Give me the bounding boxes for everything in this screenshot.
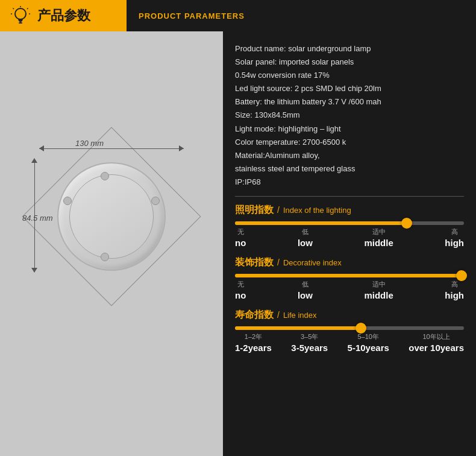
- decorative-en-1: low: [298, 290, 313, 300]
- header-right: PRODUCT PARAMETERS: [127, 0, 476, 31]
- life-fill: [235, 326, 361, 330]
- dim-arrow-right: [179, 145, 184, 151]
- life-track: [235, 326, 464, 330]
- header-title-cn: 产品参数: [37, 7, 90, 25]
- dim-arrow-left: [39, 145, 44, 151]
- decorative-labels: 无 no 低 low 适中 middle 高 high: [235, 280, 464, 300]
- spec-5: Battery: the lithium battery 3.7 V /600 …: [235, 95, 464, 109]
- decorative-cn-1: 低: [302, 280, 308, 289]
- dim-width-line: [39, 148, 184, 149]
- screw-bl: [63, 197, 72, 205]
- screw-tl: [101, 172, 109, 180]
- svg-line-4: [27, 8, 28, 10]
- svg-point-0: [15, 8, 26, 19]
- decorative-index-section: 装饰指数 / Decorative index 无 no 低 low: [235, 256, 464, 300]
- life-label-3: 10年以上 over 10years: [409, 332, 464, 353]
- lighting-cn-0: 无: [237, 227, 244, 236]
- life-labels: 1–2年 1-2years 3–5年 3-5years 5–10年 5-10ye…: [235, 332, 464, 353]
- diagram-container: 130 mm 84.5 mm: [21, 105, 202, 382]
- spec-2: Solar panel: imported solar panels: [235, 55, 464, 69]
- decorative-thumb[interactable]: [456, 270, 467, 281]
- decorative-label-3: 高 high: [445, 280, 464, 300]
- main-content: 130 mm 84.5 mm Product name: solar under…: [0, 31, 476, 456]
- life-cn-3: 10年以上: [422, 332, 449, 341]
- decorative-title-cn: 装饰指数: [235, 256, 274, 269]
- decorative-label-1: 低 low: [298, 280, 313, 300]
- spec-1: Product name: solar underground lamp: [235, 42, 464, 55]
- lighting-track: [235, 221, 464, 225]
- decorative-label-2: 适中 middle: [364, 280, 393, 300]
- lighting-fill: [235, 221, 407, 225]
- spec-3: 0.54w conversion rate 17%: [235, 69, 464, 82]
- lighting-en-1: low: [298, 238, 313, 248]
- bulb-icon: [10, 5, 31, 27]
- lighting-index-title: 照明指数 / Index of the lighting: [235, 204, 464, 217]
- lighting-en-2: middle: [364, 238, 393, 248]
- lighting-labels: 无 no 低 low 适中 middle 高 high: [235, 227, 464, 248]
- lighting-label-3: 高 high: [445, 227, 464, 248]
- life-cn-2: 5–10年: [357, 332, 378, 341]
- screw-tr: [151, 197, 160, 205]
- header: 产品参数 PRODUCT PARAMETERS: [0, 0, 476, 31]
- dim-height-label: 84.5 mm: [22, 214, 53, 223]
- decorative-slider[interactable]: [235, 274, 464, 277]
- lighting-thumb[interactable]: [401, 218, 412, 229]
- lamp-inner: [69, 174, 154, 259]
- life-en-1: 3-5years: [291, 343, 328, 353]
- right-panel: Product name: solar underground lamp Sol…: [223, 31, 476, 456]
- decorative-en-2: middle: [364, 290, 393, 300]
- life-slider[interactable]: [235, 326, 464, 330]
- life-index-section: 寿命指数 / Life index 1–2年 1-2years 3–5年 3-5…: [235, 309, 464, 353]
- lighting-label-0: 无 no: [235, 227, 246, 248]
- lighting-cn-2: 适中: [372, 227, 386, 236]
- spec-11: IP:IP68: [235, 176, 464, 189]
- spec-10: stainless steel and tempered glass: [235, 162, 464, 176]
- life-slash: /: [277, 310, 280, 320]
- life-label-0: 1–2年 1-2years: [235, 332, 272, 353]
- lighting-cn-1: 低: [302, 227, 308, 236]
- decorative-cn-3: 高: [451, 280, 458, 289]
- life-index-title: 寿命指数 / Life index: [235, 309, 464, 321]
- lamp-circle: [57, 162, 166, 271]
- life-cn-1: 3–5年: [301, 332, 318, 341]
- lighting-en-3: high: [445, 238, 464, 248]
- life-cn-0: 1–2年: [245, 332, 262, 341]
- decorative-label-0: 无 no: [235, 280, 246, 300]
- header-title-en: PRODUCT PARAMETERS: [139, 11, 245, 21]
- decorative-en-3: high: [445, 290, 464, 300]
- lighting-en-0: no: [235, 238, 246, 248]
- life-en-3: over 10years: [409, 343, 464, 353]
- decorative-fill: [235, 274, 462, 277]
- life-label-1: 3–5年 3-5years: [291, 332, 328, 353]
- header-left: 产品参数: [0, 5, 127, 27]
- life-en-2: 5-10years: [348, 343, 389, 353]
- screw-br: [101, 253, 109, 261]
- spec-7: Light mode: highlighting – light: [235, 122, 464, 136]
- decorative-slash: /: [277, 258, 280, 267]
- lighting-index-section: 照明指数 / Index of the lighting 无 no 低 low: [235, 204, 464, 248]
- decorative-cn-0: 无: [237, 280, 244, 289]
- lighting-label-2: 适中 middle: [364, 227, 393, 248]
- decorative-title-en: Decorative index: [283, 258, 342, 267]
- svg-rect-1: [19, 22, 22, 24]
- life-en-0: 1-2years: [235, 343, 272, 353]
- life-thumb[interactable]: [355, 323, 366, 334]
- decorative-cn-2: 适中: [372, 280, 386, 289]
- life-title-en: Life index: [283, 311, 317, 320]
- lighting-cn-3: 高: [451, 227, 458, 236]
- lighting-title-cn: 照明指数: [235, 204, 274, 217]
- dim-arrow-bottom: [31, 268, 37, 273]
- spec-8: Color temperature: 2700-6500 k: [235, 136, 464, 149]
- lighting-title-en: Index of the lighting: [283, 206, 351, 215]
- spec-6: Size: 130x84.5mm: [235, 109, 464, 122]
- dim-arrow-top: [31, 158, 37, 163]
- dim-width-label: 130 mm: [75, 139, 104, 148]
- life-title-cn: 寿命指数: [235, 309, 274, 321]
- lighting-slash: /: [277, 205, 280, 215]
- lighting-slider[interactable]: [235, 221, 464, 225]
- decorative-track: [235, 274, 464, 277]
- diagram-panel: 130 mm 84.5 mm: [0, 31, 223, 456]
- svg-line-3: [13, 8, 14, 10]
- lighting-label-1: 低 low: [298, 227, 313, 248]
- decorative-index-title: 装饰指数 / Decorative index: [235, 256, 464, 269]
